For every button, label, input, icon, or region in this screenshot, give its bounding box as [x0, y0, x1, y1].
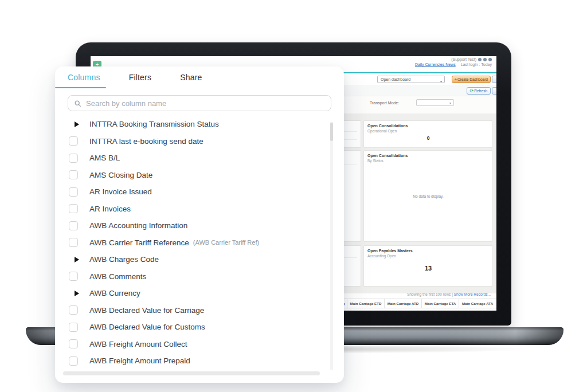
column-label: INTTRA last e-booking send date — [89, 137, 204, 146]
vertical-scrollbar[interactable] — [330, 121, 333, 370]
column-label: AR Invoices — [89, 205, 131, 213]
search-icon — [74, 100, 81, 107]
last-login-label: Last login : Today — [461, 62, 492, 66]
plus-icon: + — [455, 77, 457, 81]
item-control — [68, 272, 85, 281]
checkbox[interactable] — [69, 170, 78, 179]
expand-arrow-icon[interactable] — [75, 257, 79, 262]
list-item[interactable]: AR Invoices — [68, 201, 329, 218]
daily-currencies-news-link[interactable]: Daily Currencies News — [415, 62, 456, 66]
column-label: AWB Accounting Information — [89, 221, 187, 230]
expand-arrow-icon[interactable] — [75, 291, 79, 296]
user-icon[interactable] — [488, 58, 492, 61]
column-label: AMS B/L — [89, 154, 120, 162]
checkbox[interactable] — [69, 305, 78, 315]
checkbox[interactable] — [69, 272, 78, 281]
list-item[interactable]: INTTRA Booking Transmission Status — [68, 116, 329, 133]
list-item[interactable]: AWB Currency — [68, 285, 329, 302]
list-item[interactable]: AMS B/L — [68, 150, 329, 167]
item-control — [68, 187, 85, 197]
card-title: Open Payables Masters — [367, 249, 489, 253]
item-control — [68, 154, 85, 163]
checkbox[interactable] — [69, 356, 78, 366]
item-control — [68, 121, 85, 127]
checkbox[interactable] — [69, 154, 78, 163]
horizontal-scrollbar[interactable] — [63, 371, 320, 375]
list-item[interactable]: AR Invoice Issued — [68, 183, 329, 201]
help-icon[interactable] — [478, 58, 482, 61]
table-column-header[interactable]: Main Carriage ATA — [459, 299, 496, 308]
column-label: AWB Declared Value for Carriage — [89, 306, 204, 315]
card-title: Open Consolidations — [367, 124, 489, 128]
vertical-scrollbar-thumb[interactable] — [330, 123, 333, 141]
dashboard-cards-right: Open ConsolidationsOperational Open0Open… — [363, 120, 493, 287]
list-item[interactable]: AMS Closing Date — [68, 167, 329, 184]
card-title: Open Consolidations — [367, 154, 489, 158]
open-dashboard-select[interactable]: Open dashboard ▼ — [377, 76, 445, 83]
column-search-box[interactable] — [68, 95, 331, 111]
column-label: INTTRA Booking Transmission Status — [89, 120, 219, 128]
card-subtitle: Accounting Open — [367, 254, 489, 258]
list-item[interactable]: AWB Declared Value for Carriage — [68, 302, 329, 319]
expand-arrow-icon[interactable] — [75, 121, 79, 127]
checkbox[interactable] — [69, 221, 78, 230]
table-column-header[interactable]: Main Carriage ATD — [384, 299, 421, 308]
list-item[interactable]: AWB Freight Amount Collect — [68, 336, 329, 353]
checkbox[interactable] — [69, 136, 78, 146]
tab-columns[interactable]: Columns — [68, 73, 100, 82]
list-item[interactable]: AWB Declared Value for Customs — [68, 319, 329, 336]
active-tab-underline — [55, 87, 106, 88]
item-control — [68, 356, 85, 366]
item-control — [68, 238, 85, 247]
cut-off-button[interactable] — [492, 87, 496, 95]
tab-share[interactable]: Share — [180, 73, 202, 82]
item-control — [68, 305, 85, 315]
cut-off-button[interactable] — [492, 76, 496, 83]
card-value: 13 — [364, 265, 492, 272]
column-label: AWB Carrier Tariff Reference — [89, 238, 189, 247]
column-label: AR Invoice Issued — [89, 187, 152, 196]
refresh-button[interactable]: ⟳Refresh — [467, 87, 491, 95]
column-label: AWB Freight Amount Collect — [89, 340, 187, 348]
rows-footer: Showing the first 100 rows | Show More R… — [407, 292, 491, 296]
card-value: 0 — [364, 135, 492, 141]
tab-filters[interactable]: Filters — [129, 73, 152, 82]
dashboard-card: Open Payables MastersAccounting Open13 — [363, 245, 493, 287]
checkbox[interactable] — [69, 339, 78, 348]
column-list: INTTRA Booking Transmission StatusINTTRA… — [68, 116, 329, 370]
dashboard-card: Open ConsolidationsOperational Open0 — [363, 120, 493, 148]
show-more-records-link[interactable]: Show More Records... — [454, 292, 491, 296]
item-control — [68, 323, 85, 332]
transport-mode-label: Transport Mode: — [370, 101, 399, 105]
list-item[interactable]: AWB Comments — [68, 268, 329, 285]
column-picker-panel: Columns Filters Share INTTRA Booking Tra… — [55, 66, 344, 383]
card-subtitle: Operational Open — [367, 129, 489, 133]
support-test-label: (Support Test) — [451, 57, 476, 61]
refresh-icon: ⟳ — [470, 88, 474, 93]
chevron-down-icon: ▼ — [449, 101, 452, 105]
list-item[interactable]: INTTRA last e-booking send date — [68, 133, 329, 150]
checkbox[interactable] — [69, 204, 78, 213]
no-data-label: No data to display. — [364, 194, 492, 198]
item-control — [68, 204, 85, 213]
chevron-down-icon: ▼ — [440, 79, 443, 85]
search-input[interactable] — [86, 99, 325, 108]
checkbox[interactable] — [69, 187, 78, 197]
transport-mode-select[interactable]: ▼ — [416, 99, 454, 106]
list-item[interactable]: AWB Charges Code — [68, 251, 329, 268]
table-column-header[interactable]: Main Carriage ETD — [347, 299, 384, 308]
showing-rows-label: Showing the first 100 rows | — [407, 292, 453, 296]
column-label: AWB Currency — [89, 289, 140, 297]
table-column-header[interactable]: Main Carriage ETA — [421, 299, 459, 308]
settings-icon[interactable] — [483, 58, 487, 61]
list-item[interactable]: AWB Freight Amount Prepaid — [68, 352, 329, 370]
create-dashboard-button[interactable]: +Create Dashboard — [452, 76, 491, 83]
item-control — [68, 170, 85, 179]
list-item[interactable]: AWB Carrier Tariff Reference(AWB Carrier… — [68, 234, 329, 252]
checkbox[interactable] — [69, 323, 78, 332]
item-control — [68, 136, 85, 146]
column-label: AWB Comments — [89, 272, 146, 281]
list-item[interactable]: AWB Accounting Information — [68, 217, 329, 234]
checkbox[interactable] — [69, 238, 78, 247]
column-label: AWB Declared Value for Customs — [89, 323, 205, 331]
